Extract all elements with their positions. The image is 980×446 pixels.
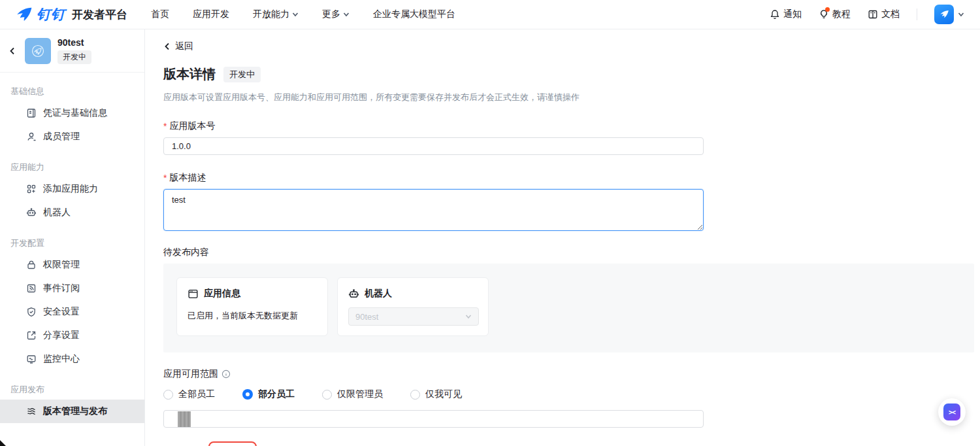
status-badge: 开发中 <box>223 67 261 82</box>
chevron-down-icon <box>343 11 350 18</box>
card-title: 应用信息 <box>204 288 240 300</box>
sidebar-item-label: 事件订阅 <box>43 283 80 294</box>
shield-check-icon <box>26 307 37 317</box>
notifications-label: 通知 <box>783 9 802 20</box>
sidebar-section-basic: 基础信息 凭证与基础信息 成员管理 <box>0 82 144 148</box>
sidebar-section-capabilities: 应用能力 添加应用能力 机器人 <box>0 158 144 224</box>
sidebar-item-members[interactable]: 成员管理 <box>0 125 144 148</box>
radio-admin-only[interactable]: 仅限管理员 <box>322 388 383 400</box>
sidebar-item-label: 版本管理与发布 <box>43 405 107 417</box>
robot-select[interactable]: 90test <box>348 307 479 326</box>
sidebar-app-header: 90test 开发中 <box>0 29 144 73</box>
sidebar-item-label: 机器人 <box>43 207 71 218</box>
sidebar-item-label: 成员管理 <box>43 131 80 143</box>
required-asterisk: * <box>163 121 167 131</box>
id-card-icon <box>26 108 37 118</box>
nav-item-home[interactable]: 首页 <box>151 9 169 20</box>
member-chip-redacted[interactable] <box>178 411 191 427</box>
sidebar-item-security[interactable]: 安全设置 <box>0 300 144 324</box>
robot-icon <box>26 207 37 218</box>
nav-item-label: 首页 <box>151 9 169 20</box>
nav-item-label: 更多 <box>322 9 340 20</box>
radio-circle-checked <box>242 389 253 400</box>
sidebar-item-label: 分享设置 <box>43 330 80 341</box>
sidebar-item-robot[interactable]: 机器人 <box>0 201 144 224</box>
bell-icon <box>770 9 780 20</box>
field-label-text: 版本描述 <box>169 172 206 184</box>
rss-icon <box>26 283 37 294</box>
nav-item-app-dev[interactable]: 应用开发 <box>193 9 229 20</box>
version-field-label: * 应用版本号 <box>163 120 980 132</box>
app-bird-icon <box>30 43 46 59</box>
field-label-text: 应用版本号 <box>169 120 215 132</box>
scope-member-input[interactable] <box>163 410 704 428</box>
info-icon[interactable] <box>221 369 231 379</box>
header-right: 通知 教程 文档 <box>770 5 964 24</box>
user-icon <box>26 131 37 142</box>
share-icon <box>26 330 37 341</box>
version-input[interactable] <box>163 137 704 155</box>
sidebar-item-credentials[interactable]: 凭证与基础信息 <box>0 101 144 125</box>
tutorial-button[interactable]: 教程 <box>819 9 851 20</box>
back-label: 返回 <box>175 41 193 52</box>
docs-button[interactable]: 文档 <box>868 9 900 20</box>
radio-label: 部分员工 <box>258 388 295 400</box>
avatar <box>934 5 954 24</box>
scope-radio-group: 全部员工 部分员工 仅限管理员 仅我可见 <box>163 388 980 400</box>
chevron-down-icon <box>292 11 299 18</box>
desc-field-label: * 版本描述 <box>163 172 980 184</box>
grid-plus-icon <box>26 184 37 194</box>
form-actions: 取消 保存 <box>163 441 980 446</box>
nav-item-open-capability[interactable]: 开放能力 <box>253 9 299 20</box>
brand-suffix: 开发者平台 <box>72 7 127 22</box>
nav-item-label: 企业专属大模型平台 <box>373 9 455 20</box>
sidebar-item-monitor-center[interactable]: 监控中心 <box>0 347 144 371</box>
nav-item-label: 开放能力 <box>253 9 289 20</box>
robot-card[interactable]: 机器人 90test <box>337 277 489 336</box>
radio-partial-staff[interactable]: 部分员工 <box>242 388 295 400</box>
app-name: 90test <box>57 37 91 48</box>
nav-item-more[interactable]: 更多 <box>322 9 350 20</box>
sidebar-item-version-release[interactable]: 版本管理与发布 <box>0 400 144 423</box>
sidebar-section-release: 应用发布 版本管理与发布 <box>0 380 144 423</box>
sidebar-item-share-settings[interactable]: 分享设置 <box>0 324 144 347</box>
app-status-badge: 开发中 <box>57 50 91 64</box>
user-menu[interactable] <box>934 5 964 24</box>
scope-label-text: 应用可用范围 <box>163 368 218 380</box>
chevron-left-icon <box>163 43 171 50</box>
description-textarea[interactable]: test <box>163 189 704 231</box>
sidebar-item-label: 监控中心 <box>43 353 80 365</box>
main-content: 返回 版本详情 开发中 应用版本可设置应用版本号、应用能力和应用可用范围，所有变… <box>145 29 980 446</box>
docs-label: 文档 <box>881 9 900 20</box>
app-info-status: 已启用，当前版本无数据更新 <box>188 310 317 322</box>
radio-circle <box>322 390 332 400</box>
divider <box>917 9 917 20</box>
back-button[interactable]: 返回 <box>163 41 193 52</box>
brand-logo[interactable]: 钉钉 开发者平台 <box>16 5 127 24</box>
page-title: 版本详情 <box>163 65 216 83</box>
top-navbar: 钉钉 开发者平台 首页 应用开发 开放能力 更多 企业专属大模型平台 通知 <box>0 0 980 29</box>
sidebar-item-add-capability[interactable]: 添加应用能力 <box>0 177 144 201</box>
pending-content-panel: 应用信息 已启用，当前版本无数据更新 机器人 90test <box>163 264 974 352</box>
assistant-widget-icon: >< <box>943 403 960 420</box>
required-asterisk: * <box>163 173 167 183</box>
app-window-icon <box>188 288 199 300</box>
sidebar-item-permissions[interactable]: 权限管理 <box>0 253 144 277</box>
nav-item-llm-platform[interactable]: 企业专属大模型平台 <box>373 9 455 20</box>
assistant-widget-button[interactable]: >< <box>938 398 966 426</box>
sidebar-item-event-subscription[interactable]: 事件订阅 <box>0 277 144 300</box>
radio-only-me[interactable]: 仅我可见 <box>410 388 462 400</box>
main-nav: 首页 应用开发 开放能力 更多 企业专属大模型平台 <box>151 9 455 20</box>
radio-all-staff[interactable]: 全部员工 <box>163 388 215 400</box>
app-info-card[interactable]: 应用信息 已启用，当前版本无数据更新 <box>176 277 328 336</box>
save-highlight-annotation: 保存 <box>208 441 257 446</box>
chevron-down-icon <box>958 11 964 18</box>
robot-select-value: 90test <box>355 312 378 322</box>
notification-dot <box>825 7 830 12</box>
robot-icon <box>348 288 359 300</box>
nav-item-label: 应用开发 <box>193 9 229 20</box>
notifications-button[interactable]: 通知 <box>770 9 802 20</box>
chevron-down-icon <box>465 313 472 320</box>
collapse-back-icon[interactable] <box>8 46 17 56</box>
card-title: 机器人 <box>365 288 392 300</box>
